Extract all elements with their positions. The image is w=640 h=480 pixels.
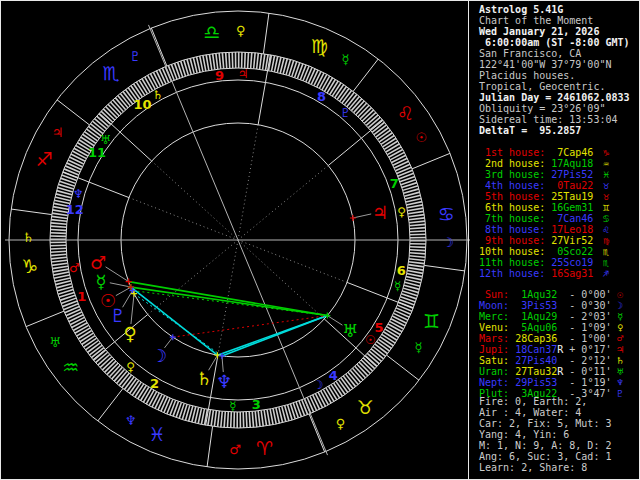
planet-velocity: - 0°11'	[569, 366, 611, 377]
header-line-11: DeltaT = 95.2857	[479, 125, 635, 136]
planet-mars-icon: ♂	[90, 252, 106, 273]
planet-icon: ♄	[617, 355, 623, 366]
house-7-ruler-icon: ♀	[397, 205, 406, 219]
sign-sagittarius-ruler-icon: ♃	[52, 125, 64, 140]
planet-label: Uran:	[479, 366, 515, 377]
house-row: 9th house: 27Vir52♍	[479, 235, 635, 246]
planet-uranus-icon: ♅	[342, 320, 358, 341]
sign-boundary-line	[207, 426, 213, 467]
retrograde-flag	[557, 333, 569, 344]
sign-boundary-line	[98, 389, 123, 421]
house-number-8: 8	[317, 89, 326, 104]
house-value: 27Pis52	[551, 169, 593, 180]
chart-header-block: Astrolog 5.41GChart of the MomentWed Jan…	[479, 4, 635, 136]
chart-wheel-canvas[interactable]: ♈♂♉♀♊☿♋☽♌☉♍☿♎♀♏♇♐♃♑♄♒♅♓♆1♂2♀3☿4☽5☉6☿7♀8♇…	[0, 0, 470, 480]
sign-boundary-line	[26, 311, 64, 327]
header-line-9: Obliquity = 23°26'09"	[479, 103, 635, 114]
sign-virgo-icon: ♍	[311, 35, 328, 57]
house-5-ruler-icon: ☉	[365, 333, 376, 347]
planet-velocity: - 1°09'	[569, 322, 611, 333]
house-12-ruler-icon: ♆	[73, 187, 84, 201]
house-4-ruler-icon: ☽	[313, 378, 324, 392]
planet-value: 5Aqu06	[515, 322, 557, 333]
sign-boundary-line	[11, 209, 52, 215]
planet-icon: ♂	[617, 333, 623, 344]
planet-icon: ♅	[617, 366, 623, 377]
planet-value: 27Tau32	[515, 366, 557, 377]
sign-aries-ruler-icon: ♂	[229, 442, 241, 457]
house-sign-icon: ♉	[603, 180, 609, 191]
stats-line-5: Ang: 6, Suc: 3, Cad: 1	[479, 451, 635, 462]
sign-boundary-line	[387, 355, 419, 380]
house-number-5: 5	[374, 320, 383, 335]
pointer-mercury	[110, 283, 131, 287]
planet-value: 27Pis40	[515, 355, 557, 366]
planet-icon: ☿	[617, 311, 623, 322]
sign-boundary-line	[151, 28, 167, 66]
planet-row: Venu: 5Aqu06 - 1°09'♀	[479, 322, 635, 333]
house-number-6: 6	[397, 263, 406, 278]
house-label: 9th house:	[479, 235, 551, 246]
house-value: 7Cap46	[551, 147, 593, 158]
house-sign-icon: ♑	[603, 147, 609, 158]
house-label: 2nd house:	[479, 158, 551, 169]
header-line-2: Wed January 21, 2026	[479, 26, 635, 37]
planet-icon: ♀	[617, 322, 623, 333]
planet-value: 1Aqu29	[515, 311, 557, 322]
chart-wheel: ♈♂♉♀♊☿♋☽♌☉♍☿♎♀♏♇♐♃♑♄♒♅♓♆1♂2♀3☿4☽5☉6☿7♀8♇…	[0, 0, 470, 480]
retrograde-flag: R	[557, 366, 569, 377]
house-value: 16Sag31	[551, 268, 593, 279]
house-label: 12th house:	[479, 268, 551, 279]
planet-value: 1Aqu32	[515, 289, 557, 300]
pointer-sun	[116, 287, 131, 295]
house-label: 7th house:	[479, 213, 551, 224]
house-value: 7Can46	[551, 213, 593, 224]
sign-scorpio-icon: ♏	[102, 62, 119, 84]
sign-boundary-line	[412, 153, 450, 169]
house-number-2: 2	[150, 376, 159, 391]
element-stats-block: Fire: 0, Earth: 2,Air : 4, Water: 4Car: …	[479, 396, 635, 473]
planet-value: 18Can37	[515, 344, 557, 355]
house-row: 5th house: 25Tau19♉	[479, 191, 635, 202]
planet-velocity: - 0°30'	[569, 300, 611, 311]
sign-boundary-line	[309, 414, 325, 452]
house-row: 7th house: 7Can46♋	[479, 213, 635, 224]
pointer-venus	[131, 294, 134, 324]
house-label: 8th house:	[479, 224, 551, 235]
sign-boundary-line	[353, 59, 378, 91]
house-sign-icon: ♊	[603, 202, 609, 213]
house-2-ruler-icon: ♀	[126, 360, 135, 374]
house-8-ruler-icon: ♇	[340, 106, 351, 120]
house-9-ruler-icon: ♃	[238, 67, 249, 81]
house-number-12: 12	[66, 202, 84, 217]
planet-label: Sun:	[479, 289, 515, 300]
sign-cancer-icon: ♋	[438, 203, 455, 225]
house-label: 6th house:	[479, 202, 551, 213]
house-number-11: 11	[88, 145, 106, 160]
house-value: 25Tau19	[551, 191, 593, 202]
house-sign-icon: ♌	[603, 224, 609, 235]
retrograde-flag	[557, 355, 569, 366]
planet-row: Jupi: 18Can37R + 0°17'♃	[479, 344, 635, 355]
house-sign-icon: ♉	[603, 191, 609, 202]
house-cusp-table: 1st house: 7Cap46♑ 2nd house: 17Aqu18♒ 3…	[479, 147, 635, 279]
house-6-ruler-icon: ☿	[394, 279, 401, 293]
stats-line-6: Learn: 2, Share: 8	[479, 462, 635, 473]
sign-gemini-ruler-icon: ☿	[414, 340, 422, 355]
house-row: 4th house: 0Tau22♉	[479, 180, 635, 191]
planet-value: 3Pis53	[515, 300, 557, 311]
planet-mercury-icon: ☿	[95, 271, 106, 292]
planet-moon-icon: ☽	[151, 345, 167, 366]
stats-line-4: M: 1, N: 9, A: 8, D: 2	[479, 440, 635, 451]
sign-leo-ruler-icon: ☉	[415, 130, 427, 145]
planet-velocity: - 0°00'	[569, 289, 611, 300]
planet-row: Mars: 28Cap36 - 1°00'♂	[479, 333, 635, 344]
house-cusp-ray-9	[238, 125, 258, 240]
pointer-mars	[106, 267, 129, 282]
sign-pisces-ruler-icon: ♆	[125, 413, 137, 428]
planet-jupiter-icon: ♃	[372, 202, 388, 223]
header-line-1: Chart of the Moment	[479, 15, 635, 26]
planet-icon: ♃	[617, 344, 623, 355]
pointer-jupiter	[353, 214, 371, 218]
astrolog-window: ♈♂♉♀♊☿♋☽♌☉♍☿♎♀♏♇♐♃♑♄♒♅♓♆1♂2♀3☿4☽5☉6☿7♀8♇…	[0, 0, 640, 480]
